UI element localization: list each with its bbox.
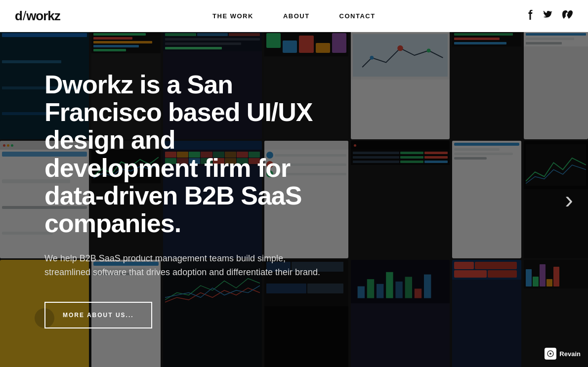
revain-badge: Revain (545, 348, 581, 360)
hero-subtext: We help B2B SaaS product management team… (44, 252, 324, 280)
nav-center: THE WORK ABOUT CONTACT (212, 12, 376, 20)
next-arrow[interactable]: › (565, 185, 573, 214)
vimeo-icon[interactable] (562, 10, 573, 22)
hero-headline: Dworkz is a San Francisco based UI/UX de… (44, 71, 324, 237)
logo-text-workz: workz (26, 8, 60, 24)
revain-label: Revain (559, 350, 581, 358)
logo-slash: / (23, 8, 26, 24)
facebook-icon[interactable] (528, 10, 533, 22)
nav-link-contact[interactable]: CONTACT (339, 12, 376, 20)
svg-point-14 (549, 353, 551, 355)
cta-button[interactable]: MORE ABOUT US... (44, 302, 152, 328)
hero-content: Dworkz is a San Francisco based UI/UX de… (0, 32, 324, 367)
nav-social (528, 10, 573, 22)
nav-link-about[interactable]: ABOUT (283, 12, 310, 20)
hero-section: Dworkz is a San Francisco based UI/UX de… (0, 32, 588, 367)
navbar: d / workz THE WORK ABOUT CONTACT (0, 0, 588, 32)
revain-icon (545, 348, 556, 360)
logo[interactable]: d / workz (15, 8, 60, 24)
twitter-icon[interactable] (543, 11, 552, 21)
nav-link-the-work[interactable]: THE WORK (212, 12, 253, 20)
logo-text-d: d (15, 8, 22, 24)
